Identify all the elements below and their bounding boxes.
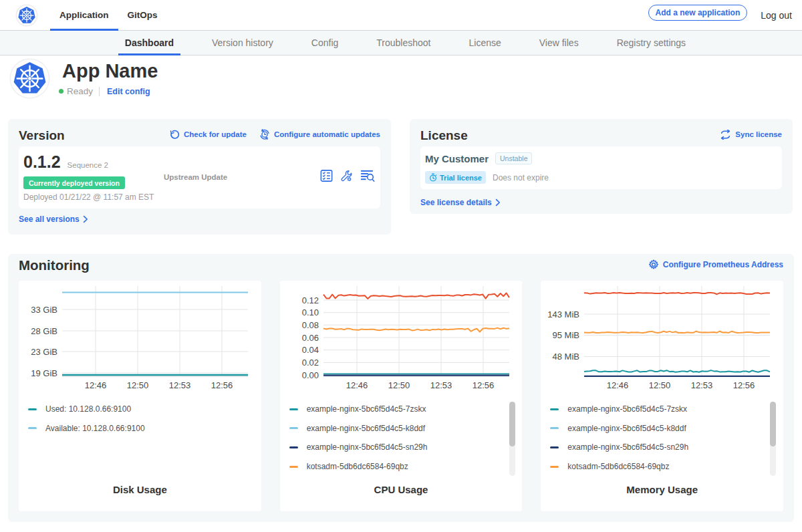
svg-text:23 GiB: 23 GiB xyxy=(31,347,57,357)
svg-text:95 MiB: 95 MiB xyxy=(553,330,579,340)
svg-text:12:50: 12:50 xyxy=(127,380,149,390)
svg-text:0.06: 0.06 xyxy=(301,333,318,343)
svg-text:33 GiB: 33 GiB xyxy=(31,305,57,315)
svg-text:48 MiB: 48 MiB xyxy=(553,352,579,362)
svg-text:12:56: 12:56 xyxy=(733,380,755,390)
svg-text:12:46: 12:46 xyxy=(346,380,368,390)
svg-text:12:53: 12:53 xyxy=(430,380,452,390)
svg-text:12:56: 12:56 xyxy=(472,380,494,390)
svg-text:0.12: 0.12 xyxy=(301,295,318,305)
svg-text:12:56: 12:56 xyxy=(211,380,233,390)
svg-text:12:46: 12:46 xyxy=(607,380,629,390)
svg-text:12:53: 12:53 xyxy=(169,380,191,390)
svg-text:0.08: 0.08 xyxy=(301,320,318,330)
svg-text:12:53: 12:53 xyxy=(691,380,713,390)
svg-text:12:50: 12:50 xyxy=(388,380,410,390)
svg-text:19 GiB: 19 GiB xyxy=(31,368,57,378)
svg-text:0.02: 0.02 xyxy=(301,358,318,368)
svg-text:12:50: 12:50 xyxy=(649,380,671,390)
svg-text:0.10: 0.10 xyxy=(301,307,318,317)
svg-text:143 MiB: 143 MiB xyxy=(548,309,580,319)
svg-text:0.04: 0.04 xyxy=(301,345,318,355)
svg-text:12:46: 12:46 xyxy=(85,380,107,390)
svg-text:0.00: 0.00 xyxy=(301,370,318,380)
svg-text:28 GiB: 28 GiB xyxy=(31,326,57,336)
